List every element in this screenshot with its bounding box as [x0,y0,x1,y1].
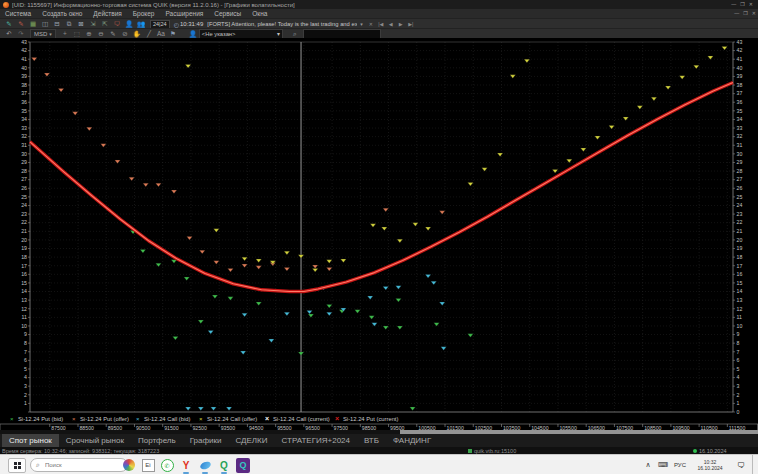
whatsapp-icon[interactable]: ✆ [160,458,174,472]
tab-0[interactable]: Спот рынок [2,434,59,447]
quik-active-icon[interactable]: Q [236,458,250,472]
svg-text:34: 34 [21,116,27,122]
yandex-icon[interactable]: Y [179,458,193,472]
svg-text:12: 12 [21,306,27,312]
tray-overflow-button[interactable]: ∧ [640,455,656,474]
svg-text:31: 31 [21,142,27,148]
taskbar-search-input[interactable] [43,461,107,469]
svg-text:1: 1 [737,400,740,406]
menu-item-2[interactable]: Действия [93,10,121,17]
y-axis-right: 0123456789101112131415161718192021222324… [733,39,742,415]
legend-marker-icon[interactable]: × [199,416,203,422]
svg-text:27: 27 [737,176,743,182]
menu-item-3[interactable]: Брокер [133,10,155,17]
menu-item-0[interactable]: Система [5,10,31,17]
child-close-button[interactable]: ✕ [752,9,756,18]
tray-keyboard-icon[interactable]: ⌨ [656,455,670,474]
alert-dropdown-icon[interactable]: ▾ [360,21,363,27]
child-minimize-button[interactable]: — [734,9,739,18]
svg-text:32: 32 [737,133,743,139]
start-button[interactable] [8,458,26,473]
tab-4[interactable]: СДЕЛКИ [229,434,275,447]
browser-icon[interactable] [198,458,212,472]
svg-text:20: 20 [21,237,27,243]
minimize-button[interactable]: — [731,0,736,9]
server-time-status: Время сервера: 10:32:46; записей: 938312… [2,448,159,454]
legend-marker-icon[interactable]: × [335,415,339,422]
system-tray: ∧ ⌨ РУС 10:32 16.10.2024 🗨 [640,455,758,474]
svg-text:10: 10 [737,323,743,329]
legend-label[interactable]: Si-12.24 Call (offer) [207,416,257,422]
menu-bar: СистемаСоздать окноДействияБрокерРасшире… [0,9,758,18]
legend-marker-icon[interactable]: × [72,416,76,422]
svg-text:17: 17 [21,263,27,269]
tab-6[interactable]: ВТБ [357,434,386,447]
svg-text:34: 34 [737,116,743,122]
tab-2[interactable]: Портфель [131,434,183,447]
curve-si-12.24-call-current- [30,82,733,291]
language-indicator[interactable]: РУС [670,455,690,474]
svg-text:13: 13 [21,297,27,303]
svg-text:28: 28 [21,168,27,174]
svg-text:40: 40 [737,65,743,71]
legend-label[interactable]: Si-12.24 Put (offer) [80,416,129,422]
svg-text:32: 32 [21,133,27,139]
svg-text:3: 3 [24,383,27,389]
volatility-chart-canvas[interactable]: 1234567891011121314151617181920212223242… [0,38,758,430]
volatility-chart[interactable]: 1234567891011121314151617181920212223242… [0,38,758,430]
svg-text:25: 25 [737,194,743,200]
menu-item-4[interactable]: Расширения [166,10,204,17]
editor-app-icon[interactable]: Ei [141,458,155,472]
menu-item-6[interactable]: Окна [252,10,267,17]
menu-item-5[interactable]: Сервисы [214,10,241,17]
svg-text:12: 12 [737,306,743,312]
chart-legend: ×Si-12.24 Put (bid)×Si-12.24 Put (offer)… [10,415,398,422]
child-restore-button[interactable]: ❐ [743,9,747,18]
svg-text:0: 0 [737,409,740,415]
legend-marker-icon[interactable]: × [10,416,14,422]
alert-close-icon[interactable]: ✕ [366,21,376,27]
client-dropdown-icon: ▾ [277,31,280,37]
shell-art-app-icon[interactable] [122,458,136,472]
show-desktop-button[interactable] [752,455,758,474]
svg-text:17: 17 [737,263,743,269]
tab-3[interactable]: Графики [183,434,229,447]
title-bar: [UID: 1155697] Информационно-торговая си… [0,0,758,9]
svg-text:2: 2 [24,392,27,398]
svg-text:28: 28 [737,168,743,174]
menu-item-1[interactable]: Создать окно [42,10,82,17]
first-message-icon[interactable]: |◀ [376,21,386,27]
clock-icon: ◴ [174,21,179,28]
prev-message-icon[interactable]: ◀ [386,21,396,27]
tab-1[interactable]: Срочный рынок [59,434,131,447]
quik-icon[interactable]: Q [217,458,231,472]
next-message-icon[interactable]: ▶ [396,21,406,27]
restore-button[interactable]: ❐ [740,0,744,9]
menu-items: СистемаСоздать окноДействияБрокерРасшире… [5,10,267,17]
msd-dropdown-icon: ▾ [49,30,52,38]
svg-text:38: 38 [737,82,743,88]
svg-text:35: 35 [21,108,27,114]
tab-7[interactable]: ФАНДИНГ [386,434,438,447]
legend-label[interactable]: Si-12.24 Call (current) [273,416,330,422]
legend-marker-icon[interactable]: × [265,415,269,422]
notifications-button[interactable]: 🗨 [730,455,752,474]
window-title: [UID: 1155697] Информационно-торговая си… [12,2,728,8]
legend-label[interactable]: Si-12.24 Put (current) [343,416,398,422]
curve-si-12.24-put-current- [30,82,733,291]
browser-icon-glyph [199,460,212,471]
quik-active-icon-glyph: Q [236,458,250,473]
svg-text:1: 1 [24,400,27,406]
legend-label[interactable]: Si-12.24 Call (bid) [144,416,190,422]
taskbar-clock[interactable]: 10:32 16.10.2024 [690,455,730,474]
svg-text:5: 5 [24,366,27,372]
tab-5[interactable]: СТРАТЕГИЯ+2024 [275,434,357,447]
legend-marker-icon[interactable]: × [136,416,140,422]
svg-text:14: 14 [737,288,743,294]
svg-text:19: 19 [21,245,27,251]
last-message-icon[interactable]: ▶| [406,21,416,27]
close-button[interactable]: ✕ [749,0,753,9]
taskbar-search[interactable]: ⌕ [30,458,128,472]
svg-text:26: 26 [21,185,27,191]
legend-label[interactable]: Si-12.24 Put (bid) [18,416,63,422]
